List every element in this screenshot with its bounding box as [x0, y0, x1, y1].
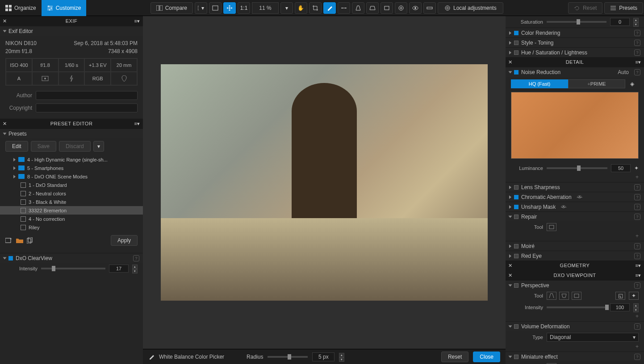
preset-group-5[interactable]: 5 - Smartphones — [0, 164, 143, 172]
preset-item-1[interactable]: 1 - DxO Standard — [0, 181, 143, 189]
horizon-tool-icon[interactable] — [338, 2, 350, 14]
perspective-tool-1[interactable] — [547, 292, 556, 300]
eyedropper-tool-icon[interactable] — [323, 2, 336, 14]
luminance-slider[interactable] — [547, 167, 607, 169]
intensity-stepper[interactable]: ▴▾ — [132, 265, 138, 273]
add-icon[interactable]: + — [506, 343, 644, 352]
preset-group-4[interactable]: 4 - High Dynamic Range (single-sh... — [0, 155, 143, 164]
one-to-one-button[interactable]: 1:1 — [238, 2, 250, 14]
close-icon[interactable]: ✕ — [3, 121, 7, 127]
wb-reset-button[interactable]: Reset — [441, 352, 468, 362]
repair-tool-button[interactable] — [547, 223, 556, 231]
image-viewer[interactable] — [143, 16, 506, 349]
saturation-stepper[interactable]: ▴▾ — [633, 18, 639, 26]
close-icon[interactable]: ✕ — [508, 59, 513, 65]
reset-button[interactable]: Reset — [568, 2, 602, 14]
perspective-tool-icon[interactable] — [352, 2, 364, 14]
move-tool-icon[interactable] — [223, 2, 236, 14]
close-icon[interactable]: ✕ — [508, 263, 513, 269]
preset-item-3[interactable]: 3 - Black & White — [0, 198, 143, 206]
menu-icon[interactable]: ≡▾ — [134, 18, 140, 24]
magic-wand-icon[interactable]: ✦ — [634, 165, 639, 171]
menu-icon[interactable]: ≡▾ — [636, 273, 641, 278]
menu-icon[interactable]: ≡▾ — [636, 59, 641, 65]
perspective-aux-1[interactable]: ◱ — [615, 292, 625, 300]
radius-slider[interactable] — [268, 356, 308, 358]
saturation-value[interactable]: 0 — [610, 18, 630, 26]
eight-point-icon[interactable] — [381, 2, 393, 14]
new-preset-icon[interactable]: + — [5, 237, 13, 244]
wb-close-button[interactable]: Close — [473, 352, 500, 362]
help-icon[interactable]: ? — [634, 282, 640, 289]
help-icon[interactable]: ? — [634, 184, 640, 190]
help-icon[interactable]: ? — [634, 69, 640, 75]
new-folder-icon[interactable] — [16, 238, 23, 243]
preset-item-4[interactable]: 4 - No correction — [0, 215, 143, 223]
lens-sharpness-section[interactable]: Lens Sharpness? — [506, 182, 644, 192]
preset-item-riley[interactable]: Riley — [0, 223, 143, 232]
unsharp-section[interactable]: Unsharp Mask👁? — [506, 202, 644, 211]
apply-button[interactable]: Apply — [111, 235, 138, 246]
local-adjustments-button[interactable]: Local adjustments — [438, 2, 503, 14]
close-icon[interactable]: ✕ — [508, 273, 513, 278]
preset-item-2[interactable]: 2 - Neutral colors — [0, 189, 143, 198]
repair-tool-icon[interactable] — [395, 2, 407, 14]
saturation-slider[interactable] — [547, 21, 606, 23]
chromatic-section[interactable]: Chromatic Aberration👁? — [506, 192, 644, 202]
style-toning-section[interactable]: Style - Toning? — [506, 37, 644, 47]
redeye-tool-icon[interactable] — [409, 2, 422, 14]
hand-tool-icon[interactable]: ✋ — [295, 2, 307, 14]
zoom-value[interactable]: 11 % — [252, 2, 279, 14]
add-icon[interactable]: + — [506, 233, 644, 241]
luminance-value[interactable]: 50 — [611, 164, 631, 172]
help-icon[interactable]: ? — [634, 323, 640, 330]
rectangle-perspective-icon[interactable] — [366, 2, 379, 14]
perspective-aux-2[interactable]: ✦ — [629, 292, 639, 300]
noise-reduction-section[interactable]: Noise Reduction Auto ? — [506, 67, 644, 77]
preset-dropdown[interactable]: ▾ — [93, 141, 104, 152]
perspective-intensity-stepper[interactable]: ▴▾ — [633, 303, 639, 311]
menu-icon[interactable]: ≡▾ — [636, 263, 641, 269]
clearview-section[interactable]: DxO ClearView ? — [0, 253, 143, 263]
enable-checkbox[interactable] — [8, 256, 13, 261]
menu-icon[interactable]: ≡▾ — [134, 121, 140, 127]
presets-section[interactable]: Presets — [0, 128, 143, 138]
close-icon[interactable]: ✕ — [3, 18, 7, 24]
eye-off-icon[interactable]: 👁 — [577, 194, 582, 200]
zoom-dropdown[interactable]: ▾ — [280, 2, 293, 14]
discard-button[interactable]: Discard — [59, 141, 91, 152]
perspective-intensity-value[interactable]: 100 — [610, 303, 630, 311]
customize-tab[interactable]: Customize — [42, 0, 87, 16]
help-icon[interactable]: ? — [634, 50, 640, 56]
volume-section[interactable]: Volume Deformation? — [506, 321, 644, 331]
help-icon[interactable]: ? — [133, 255, 139, 261]
prime-mode-button[interactable]: + PRIME — [568, 79, 625, 88]
intensity-slider[interactable] — [41, 268, 105, 269]
eye-off-icon[interactable]: 👁 — [561, 204, 566, 210]
intensity-value[interactable]: 17 — [109, 265, 129, 273]
help-icon[interactable]: ? — [634, 194, 640, 200]
perspective-tool-2[interactable] — [559, 292, 569, 300]
crop-tool-icon[interactable] — [309, 2, 322, 14]
add-icon[interactable]: + — [506, 174, 644, 182]
compare-button[interactable]: Compare — [151, 2, 193, 14]
help-icon[interactable]: ? — [634, 253, 640, 259]
copy-preset-icon[interactable] — [27, 237, 33, 244]
radius-stepper[interactable]: ▴▾ — [339, 353, 344, 361]
auto-label[interactable]: Auto — [618, 69, 629, 75]
edit-button[interactable]: Edit — [5, 141, 28, 152]
help-icon[interactable]: ? — [634, 30, 640, 36]
exif-editor-section[interactable]: Exif Editor — [0, 26, 143, 36]
preset-item-33322[interactable]: 33322 Bremerton — [0, 206, 143, 215]
author-input[interactable] — [36, 91, 138, 100]
help-icon[interactable]: ? — [634, 354, 640, 360]
help-icon[interactable]: ? — [634, 204, 640, 210]
miniature-section[interactable]: Miniature effect? — [506, 352, 644, 361]
perspective-intensity-slider[interactable] — [547, 306, 606, 308]
help-icon[interactable]: ? — [634, 243, 640, 249]
target-icon[interactable]: ◈ — [625, 79, 639, 88]
perspective-tool-3[interactable] — [572, 292, 581, 300]
color-rendering-section[interactable]: Color Rendering? — [506, 28, 644, 37]
help-icon[interactable]: ? — [634, 40, 640, 46]
perspective-section[interactable]: Perspective? — [506, 280, 644, 290]
